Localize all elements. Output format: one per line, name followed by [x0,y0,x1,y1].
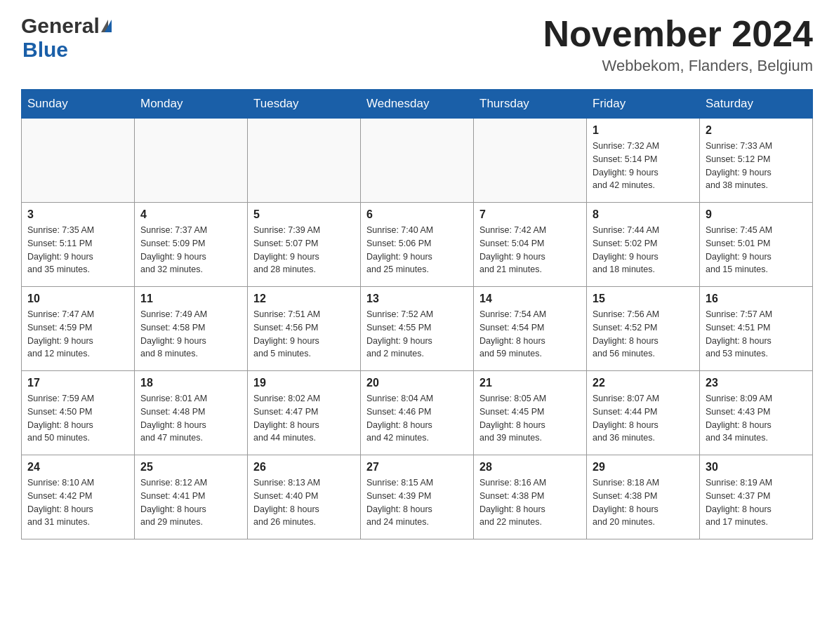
calendar-cell: 29Sunrise: 8:18 AMSunset: 4:38 PMDayligh… [587,455,700,539]
calendar-cell: 6Sunrise: 7:40 AMSunset: 5:06 PMDaylight… [361,203,474,287]
calendar-week-row: 24Sunrise: 8:10 AMSunset: 4:42 PMDayligh… [22,455,813,539]
day-info: Sunrise: 8:16 AMSunset: 4:38 PMDaylight:… [479,476,581,529]
calendar-header-row: SundayMondayTuesdayWednesdayThursdayFrid… [22,90,813,119]
month-title: November 2024 [543,14,813,54]
day-info: Sunrise: 8:10 AMSunset: 4:42 PMDaylight:… [27,476,128,529]
calendar-cell: 21Sunrise: 8:05 AMSunset: 4:45 PMDayligh… [474,371,587,455]
calendar-cell: 30Sunrise: 8:19 AMSunset: 4:37 PMDayligh… [700,455,813,539]
calendar-cell: 27Sunrise: 8:15 AMSunset: 4:39 PMDayligh… [361,455,474,539]
day-number: 13 [366,293,468,305]
calendar-cell: 23Sunrise: 8:09 AMSunset: 4:43 PMDayligh… [700,371,813,455]
calendar-cell: 2Sunrise: 7:33 AMSunset: 5:12 PMDaylight… [700,119,813,203]
logo-blue-text: Blue [21,38,68,62]
calendar-cell: 7Sunrise: 7:42 AMSunset: 5:04 PMDaylight… [474,203,587,287]
logo-triangle-icon [101,20,112,32]
day-number: 27 [366,461,468,474]
day-info: Sunrise: 7:49 AMSunset: 4:58 PMDaylight:… [140,308,241,361]
day-info: Sunrise: 7:35 AMSunset: 5:11 PMDaylight:… [27,224,128,276]
day-info: Sunrise: 8:19 AMSunset: 4:37 PMDaylight:… [706,476,807,529]
day-info: Sunrise: 7:44 AMSunset: 5:02 PMDaylight:… [593,224,694,276]
day-number: 7 [479,208,581,221]
day-info: Sunrise: 8:15 AMSunset: 4:39 PMDaylight:… [366,476,468,529]
day-number: 21 [479,377,581,389]
calendar-cell [22,119,135,203]
day-number: 16 [706,293,807,305]
day-info: Sunrise: 7:52 AMSunset: 4:55 PMDaylight:… [366,308,468,361]
day-info: Sunrise: 7:45 AMSunset: 5:01 PMDaylight:… [706,224,807,276]
day-number: 28 [479,461,581,474]
location-subtitle: Webbekom, Flanders, Belgium [543,57,813,75]
calendar-cell: 13Sunrise: 7:52 AMSunset: 4:55 PMDayligh… [361,287,474,371]
day-info: Sunrise: 8:09 AMSunset: 4:43 PMDaylight:… [706,392,807,445]
day-number: 25 [140,461,241,474]
day-info: Sunrise: 8:13 AMSunset: 4:40 PMDaylight:… [253,476,355,529]
calendar-cell: 19Sunrise: 8:02 AMSunset: 4:47 PMDayligh… [248,371,361,455]
calendar-cell [248,119,361,203]
day-info: Sunrise: 7:37 AMSunset: 5:09 PMDaylight:… [140,224,241,276]
day-number: 11 [140,293,241,305]
page-header: General Blue November 2024 Webbekom, Fla… [21,14,813,75]
day-number: 9 [706,208,807,221]
calendar-cell: 11Sunrise: 7:49 AMSunset: 4:58 PMDayligh… [135,287,248,371]
logo-general-text: General [21,14,100,38]
calendar-week-row: 10Sunrise: 7:47 AMSunset: 4:59 PMDayligh… [22,287,813,371]
day-info: Sunrise: 8:05 AMSunset: 4:45 PMDaylight:… [479,392,581,445]
day-info: Sunrise: 8:01 AMSunset: 4:48 PMDaylight:… [140,392,241,445]
day-info: Sunrise: 7:57 AMSunset: 4:51 PMDaylight:… [706,308,807,361]
calendar-cell: 4Sunrise: 7:37 AMSunset: 5:09 PMDaylight… [135,203,248,287]
calendar-cell: 16Sunrise: 7:57 AMSunset: 4:51 PMDayligh… [700,287,813,371]
day-info: Sunrise: 8:18 AMSunset: 4:38 PMDaylight:… [593,476,694,529]
day-number: 5 [253,208,355,221]
calendar-cell: 12Sunrise: 7:51 AMSunset: 4:56 PMDayligh… [248,287,361,371]
day-info: Sunrise: 7:54 AMSunset: 4:54 PMDaylight:… [479,308,581,361]
day-info: Sunrise: 7:33 AMSunset: 5:12 PMDaylight:… [706,140,807,192]
calendar-cell: 14Sunrise: 7:54 AMSunset: 4:54 PMDayligh… [474,287,587,371]
calendar-cell: 3Sunrise: 7:35 AMSunset: 5:11 PMDaylight… [22,203,135,287]
calendar-cell: 22Sunrise: 8:07 AMSunset: 4:44 PMDayligh… [587,371,700,455]
day-number: 15 [593,293,694,305]
day-number: 19 [253,377,355,389]
calendar-cell [361,119,474,203]
calendar-header-thursday: Thursday [474,90,587,119]
calendar-cell [474,119,587,203]
calendar-cell: 28Sunrise: 8:16 AMSunset: 4:38 PMDayligh… [474,455,587,539]
day-number: 22 [593,377,694,389]
calendar-header-monday: Monday [135,90,248,119]
calendar-week-row: 1Sunrise: 7:32 AMSunset: 5:14 PMDaylight… [22,119,813,203]
calendar-header-friday: Friday [587,90,700,119]
calendar-cell: 1Sunrise: 7:32 AMSunset: 5:14 PMDaylight… [587,119,700,203]
day-info: Sunrise: 8:02 AMSunset: 4:47 PMDaylight:… [253,392,355,445]
title-area: November 2024 Webbekom, Flanders, Belgiu… [543,14,813,75]
calendar-cell: 26Sunrise: 8:13 AMSunset: 4:40 PMDayligh… [248,455,361,539]
calendar-week-row: 3Sunrise: 7:35 AMSunset: 5:11 PMDaylight… [22,203,813,287]
day-number: 1 [593,124,694,137]
day-number: 3 [27,208,128,221]
day-number: 14 [479,293,581,305]
day-number: 10 [27,293,128,305]
day-number: 4 [140,208,241,221]
calendar-week-row: 17Sunrise: 7:59 AMSunset: 4:50 PMDayligh… [22,371,813,455]
calendar-cell: 5Sunrise: 7:39 AMSunset: 5:07 PMDaylight… [248,203,361,287]
day-number: 23 [706,377,807,389]
day-info: Sunrise: 7:56 AMSunset: 4:52 PMDaylight:… [593,308,694,361]
day-info: Sunrise: 7:51 AMSunset: 4:56 PMDaylight:… [253,308,355,361]
calendar-header-tuesday: Tuesday [248,90,361,119]
day-info: Sunrise: 8:07 AMSunset: 4:44 PMDaylight:… [593,392,694,445]
day-number: 2 [706,124,807,137]
day-info: Sunrise: 7:59 AMSunset: 4:50 PMDaylight:… [27,392,128,445]
day-number: 12 [253,293,355,305]
day-number: 24 [27,461,128,474]
day-number: 30 [706,461,807,474]
day-number: 20 [366,377,468,389]
calendar-cell: 10Sunrise: 7:47 AMSunset: 4:59 PMDayligh… [22,287,135,371]
day-info: Sunrise: 8:12 AMSunset: 4:41 PMDaylight:… [140,476,241,529]
day-number: 26 [253,461,355,474]
calendar-header-sunday: Sunday [22,90,135,119]
calendar-header-wednesday: Wednesday [361,90,474,119]
day-info: Sunrise: 7:40 AMSunset: 5:06 PMDaylight:… [366,224,468,276]
day-number: 8 [593,208,694,221]
calendar-cell: 20Sunrise: 8:04 AMSunset: 4:46 PMDayligh… [361,371,474,455]
calendar-cell [135,119,248,203]
day-number: 29 [593,461,694,474]
calendar-cell: 15Sunrise: 7:56 AMSunset: 4:52 PMDayligh… [587,287,700,371]
